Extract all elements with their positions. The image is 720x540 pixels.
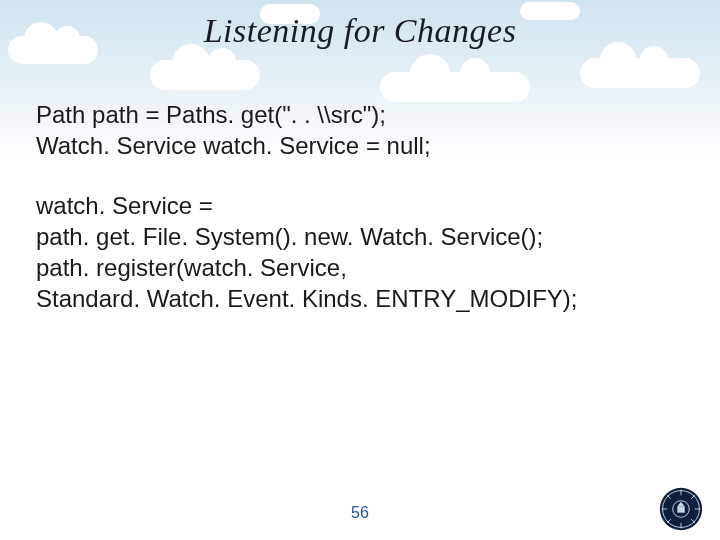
cloud-decoration [150,60,260,90]
cloud-decoration [380,72,530,102]
code-line: path. get. File. System(). new. Watch. S… [36,222,700,253]
slide: Listening for Changes Path path = Paths.… [0,0,720,540]
code-line: Standard. Watch. Event. Kinds. ENTRY_MOD… [36,284,700,315]
code-line: Path path = Paths. get(". . \\src"); [36,100,700,131]
svg-rect-11 [677,506,684,512]
page-number: 56 [0,504,720,522]
code-line: path. register(watch. Service, [36,253,700,284]
code-line: Watch. Service watch. Service = null; [36,131,700,162]
cloud-decoration [580,58,700,88]
code-line: watch. Service = [36,191,700,222]
university-seal-icon [658,486,704,532]
code-block: Path path = Paths. get(". . \\src"); Wat… [36,100,700,314]
slide-title: Listening for Changes [0,12,720,49]
